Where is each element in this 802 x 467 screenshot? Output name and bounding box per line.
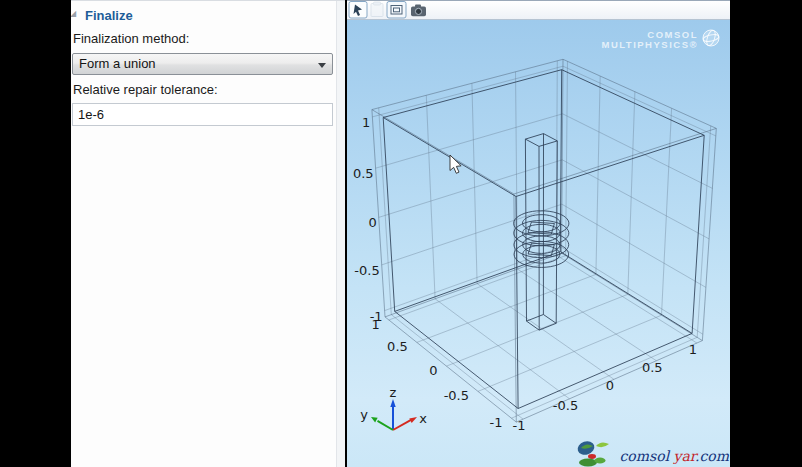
svg-text:0.5: 0.5 (642, 360, 663, 375)
3d-scene-canvas[interactable]: 10.50-0.5-110.50-0.5-1-1-0.500.51zxy (347, 20, 730, 467)
svg-text:y: y (360, 407, 368, 422)
graphics-viewport: 10.50-0.5-110.50-0.5-1-1-0.500.51zxy COM… (347, 20, 730, 467)
comsolyar-text: comsol yar.com (619, 448, 729, 464)
zoom-extents-button[interactable] (387, 2, 406, 19)
finalization-method-select[interactable]: Form a union (72, 53, 333, 75)
finalization-method-label: Finalization method: (73, 31, 189, 46)
mouse-cursor (450, 155, 461, 173)
letterbox-left (0, 0, 71, 467)
settings-panel: ◢ Finalize Finalization method: Form a u… (71, 0, 345, 467)
finalization-method-value: Form a union (73, 54, 332, 74)
section-title: Finalize (85, 8, 133, 23)
comsol-globe-icon (700, 27, 722, 49)
svg-text:0.5: 0.5 (353, 166, 374, 181)
pointer-tool-button[interactable] (349, 2, 367, 19)
svg-text:-0.5: -0.5 (354, 263, 379, 278)
svg-text:-1: -1 (513, 418, 526, 433)
comsol-watermark: COMSOL MULTIPHYSICS® (601, 30, 698, 50)
geometry-square-loops (528, 222, 554, 256)
svg-text:0: 0 (368, 215, 376, 230)
axis-grid-walls (372, 61, 716, 419)
image-snapshot-camera-icon[interactable] (411, 5, 426, 17)
axis-box-edges (372, 59, 716, 422)
comsolyar-logo-icon (573, 437, 615, 467)
application-window: ◢ Finalize Finalization method: Form a u… (0, 0, 802, 467)
panel-scrollbar-track (336, 1, 345, 467)
comsolyar-brand: comsol yar.com (573, 437, 729, 467)
svg-text:1: 1 (689, 342, 697, 357)
graphics-toolbar (347, 0, 730, 20)
svg-text:-0.5: -0.5 (553, 398, 578, 413)
svg-text:-1: -1 (490, 415, 503, 430)
clipboard-icon[interactable] (371, 2, 383, 17)
svg-text:z: z (390, 385, 397, 400)
letterbox-right (730, 0, 802, 467)
svg-text:0: 0 (606, 378, 614, 393)
chevron-down-icon[interactable] (318, 63, 326, 72)
svg-text:1: 1 (362, 115, 370, 130)
svg-text:0.5: 0.5 (387, 339, 408, 354)
coordinate-triad-icon: zxy (360, 385, 427, 430)
repair-tolerance-input[interactable] (72, 103, 333, 126)
svg-text:-0.5: -0.5 (444, 388, 469, 403)
svg-text:1: 1 (372, 317, 380, 332)
svg-text:0: 0 (429, 363, 437, 378)
repair-tolerance-label: Relative repair tolerance: (73, 82, 218, 97)
svg-text:x: x (419, 411, 427, 426)
